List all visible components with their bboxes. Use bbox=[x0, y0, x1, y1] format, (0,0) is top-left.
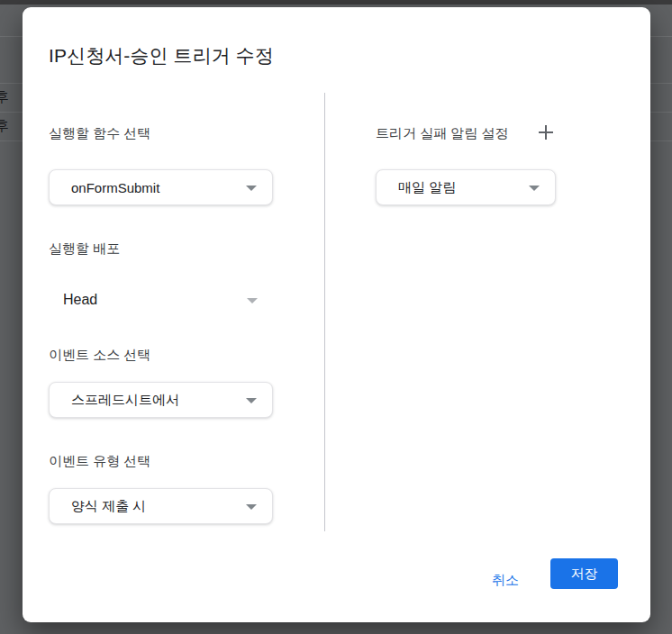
background-clipped-text: 후 bbox=[0, 118, 11, 134]
deployment-select[interactable]: Head bbox=[49, 282, 273, 318]
deployment-select-value: Head bbox=[63, 282, 97, 318]
background-header-bar bbox=[0, 0, 672, 5]
function-select[interactable]: onFormSubmit bbox=[49, 169, 273, 205]
dialog-title: IP신청서-승인 트리거 수정 bbox=[49, 43, 274, 68]
chevron-down-icon bbox=[246, 398, 257, 403]
edit-trigger-dialog: IP신청서-승인 트리거 수정 실행할 함수 선택 onFormSubmit 실… bbox=[23, 7, 650, 622]
screen: 후 후 IP신청서-승인 트리거 수정 실행할 함수 선택 onFormSubm… bbox=[0, 0, 672, 634]
event-type-select-label: 이벤트 유형 선택 bbox=[49, 453, 150, 470]
function-select-label: 실행할 함수 선택 bbox=[49, 125, 150, 142]
event-source-select[interactable]: 스프레드시트에서 bbox=[49, 382, 273, 418]
chevron-down-icon bbox=[247, 298, 258, 303]
save-button[interactable]: 저장 bbox=[550, 558, 618, 589]
event-type-select[interactable]: 양식 제출 시 bbox=[49, 488, 273, 524]
background-clipped-text: 후 bbox=[0, 89, 11, 105]
cancel-button[interactable]: 취소 bbox=[473, 564, 538, 596]
function-select-value: onFormSubmit bbox=[71, 170, 159, 204]
failure-notification-label: 트리거 실패 알림 설정 bbox=[376, 125, 509, 142]
chevron-down-icon bbox=[246, 504, 257, 510]
deployment-select-label: 실행할 배포 bbox=[49, 240, 120, 258]
event-source-select-label: 이벤트 소스 선택 bbox=[49, 347, 150, 364]
add-notification-plus-icon[interactable] bbox=[538, 124, 554, 140]
chevron-down-icon bbox=[246, 186, 257, 191]
chevron-down-icon bbox=[529, 186, 540, 191]
event-source-select-value: 스프레드시트에서 bbox=[71, 383, 179, 417]
event-type-select-value: 양식 제출 시 bbox=[71, 489, 146, 523]
failure-notification-select-value: 매일 알림 bbox=[398, 170, 456, 204]
failure-notification-select[interactable]: 매일 알림 bbox=[376, 169, 556, 205]
column-divider bbox=[324, 93, 325, 531]
